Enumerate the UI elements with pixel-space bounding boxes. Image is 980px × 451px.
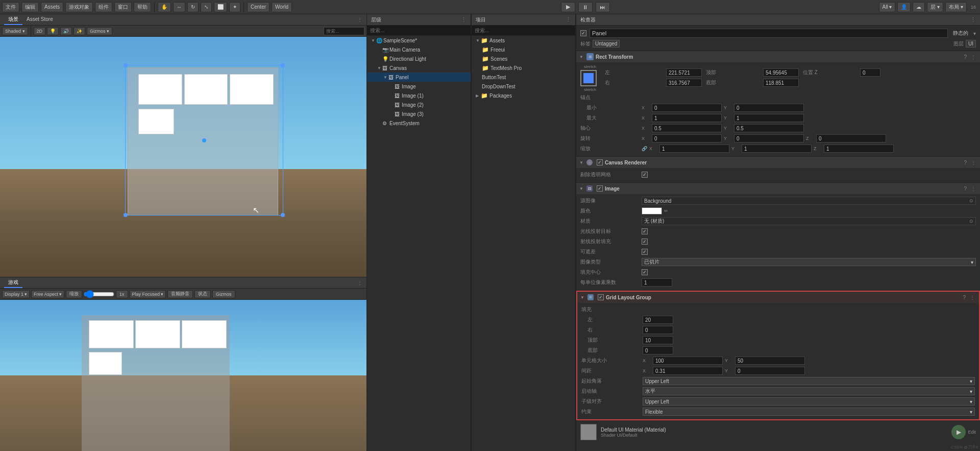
rot-y[interactable]: [734, 134, 804, 143]
play-material-btn[interactable]: ▶: [951, 425, 966, 439]
hierarchy-item-image2[interactable]: 🖼 Image (2): [367, 100, 471, 109]
rt-help[interactable]: ?: [963, 54, 968, 60]
rect-transform-header[interactable]: ▼ ⊞ Rect Transform ? ⋮: [576, 51, 980, 62]
project-packages[interactable]: ▶ 📁 Packages: [472, 91, 575, 100]
anchor-min-x[interactable]: [652, 104, 722, 112]
game-view[interactable]: [0, 300, 366, 451]
childalign-dropdown[interactable]: Upper Left ▾: [643, 397, 975, 406]
game-aspect-dropdown[interactable]: Free Aspect ▾: [31, 290, 64, 298]
raycast-checkbox[interactable]: [642, 228, 648, 234]
game-options[interactable]: ⋮: [357, 280, 362, 286]
rt-bottom-input[interactable]: [763, 79, 799, 87]
cloud-btn[interactable]: ☁: [913, 2, 925, 12]
project-textmesh[interactable]: 📁 TextMesh Pro: [472, 63, 575, 73]
stretch-visual[interactable]: [580, 70, 597, 86]
material-select[interactable]: ⊙: [969, 219, 973, 224]
play-focused-dropdown[interactable]: Play Focused ▾: [130, 290, 166, 298]
inspector-options[interactable]: ⋮: [970, 16, 976, 23]
cell-y[interactable]: [735, 357, 805, 365]
cr-settings[interactable]: ⋮: [970, 160, 977, 165]
scale-y[interactable]: [742, 145, 812, 153]
game-display-dropdown[interactable]: Display 1 ▾: [2, 290, 30, 298]
gl-help[interactable]: ?: [962, 295, 967, 300]
rt-top-input[interactable]: [763, 68, 799, 77]
pivot-world[interactable]: World: [272, 2, 292, 12]
tool-rect[interactable]: ⬜: [214, 2, 227, 12]
grid-layout-header[interactable]: ▼ ⊞ Grid Layout Group ? ⋮: [577, 292, 979, 303]
raycast-fill-checkbox[interactable]: [642, 239, 648, 245]
tool-rotate[interactable]: ↻: [187, 2, 199, 12]
tool-scale[interactable]: ⤡: [201, 2, 212, 12]
2d-btn[interactable]: 2D: [34, 27, 46, 35]
gl-enabled[interactable]: [598, 294, 604, 300]
play-button[interactable]: ▶: [561, 2, 575, 12]
anchor-max-y[interactable]: [734, 114, 804, 122]
gl-settings[interactable]: ⋮: [969, 295, 976, 300]
hierarchy-item-main-camera[interactable]: 📷 Main Camera: [367, 45, 471, 54]
pad-top-input[interactable]: [643, 336, 673, 344]
cell-x[interactable]: [653, 357, 723, 365]
scene-search[interactable]: [324, 27, 364, 35]
hierarchy-item-image[interactable]: 🖼 Image: [367, 82, 471, 91]
img-enabled[interactable]: [597, 185, 603, 192]
fillcenter-checkbox[interactable]: [642, 269, 648, 275]
collab-btn[interactable]: All ▾: [879, 2, 896, 12]
scale-z[interactable]: [824, 145, 894, 153]
tab-scene[interactable]: 场景: [4, 15, 22, 25]
hierarchy-scene-root[interactable]: ▼ 🌐 SampleScene*: [367, 36, 471, 45]
img-settings[interactable]: ⋮: [970, 186, 977, 192]
scene-view[interactable]: ↖: [0, 37, 366, 277]
menu-window[interactable]: 窗口: [114, 2, 132, 12]
anchor-max-x[interactable]: [652, 114, 722, 122]
pad-right-input[interactable]: [643, 326, 673, 334]
scale-x[interactable]: [659, 145, 729, 153]
hierarchy-options[interactable]: ⋮: [461, 16, 467, 23]
image-header[interactable]: ▼ 🖼 Image ? ⋮: [576, 183, 980, 194]
color-swatch[interactable]: [642, 207, 662, 215]
hierarchy-search[interactable]: [367, 26, 471, 36]
pad-bottom-input[interactable]: [643, 346, 673, 354]
menu-file[interactable]: 文件: [2, 2, 19, 12]
startcorner-dropdown[interactable]: Upper Left ▾: [643, 377, 975, 385]
game-gizmos-btn[interactable]: Gizmos: [212, 290, 235, 298]
anchor-min-y[interactable]: [734, 104, 804, 112]
maskable-checkbox[interactable]: [642, 249, 648, 255]
fx-btn[interactable]: ✨: [74, 27, 85, 35]
startaxis-dropdown[interactable]: 水平 ▾: [643, 387, 975, 395]
rt-right-input[interactable]: [666, 79, 702, 87]
hierarchy-item-image3[interactable]: 🖼 Image (3): [367, 109, 471, 118]
menu-edit[interactable]: 编辑: [21, 2, 39, 12]
constraint-dropdown[interactable]: Flexible ▾: [643, 408, 975, 416]
canvas-renderer-header[interactable]: ▼ ○ Canvas Renderer ? ⋮: [576, 157, 980, 168]
object-name-input[interactable]: [590, 29, 948, 38]
gizmos-scene-btn[interactable]: Gizmos ▾: [87, 27, 112, 35]
hierarchy-item-panel[interactable]: ▼ 🖼 Panel: [367, 73, 471, 82]
color-edit[interactable]: ✏: [664, 208, 668, 213]
audio-btn[interactable]: 🔊: [60, 27, 72, 35]
account-btn[interactable]: 👤: [897, 2, 911, 12]
cull-checkbox[interactable]: [642, 172, 648, 178]
rot-x[interactable]: [652, 134, 722, 143]
spacing-y[interactable]: [735, 367, 805, 375]
active-checkbox[interactable]: [580, 30, 586, 36]
rt-settings[interactable]: ⋮: [970, 54, 977, 60]
project-scenes[interactable]: 📁 Scenes: [472, 54, 575, 63]
imgtype-dropdown[interactable]: 已切片 ▾: [642, 258, 976, 266]
step-button[interactable]: ⏭: [596, 2, 610, 12]
tool-transform[interactable]: ✦: [229, 2, 240, 12]
rt-left-input[interactable]: [666, 68, 702, 77]
material-thumb[interactable]: [580, 424, 597, 440]
light-btn[interactable]: 💡: [47, 27, 59, 35]
menu-help[interactable]: 帮助: [134, 2, 151, 12]
rot-z[interactable]: [816, 134, 886, 143]
project-assets[interactable]: ▼ 📁 Assets: [472, 36, 575, 45]
material-value[interactable]: 无 (材质) ⊙: [642, 217, 976, 225]
layout-btn[interactable]: 布局 ▾: [945, 2, 967, 12]
tag-dropdown[interactable]: Untagged: [593, 40, 620, 48]
game-stats-btn[interactable]: 状态: [194, 290, 211, 298]
tool-hand[interactable]: ✋: [158, 2, 171, 12]
tool-move[interactable]: ↔: [173, 2, 185, 12]
shaded-btn[interactable]: Shaded ▾: [2, 27, 28, 35]
tab-asset-store[interactable]: Asset Store: [22, 15, 57, 24]
project-dropdowntest[interactable]: DropDownTest: [472, 82, 575, 91]
